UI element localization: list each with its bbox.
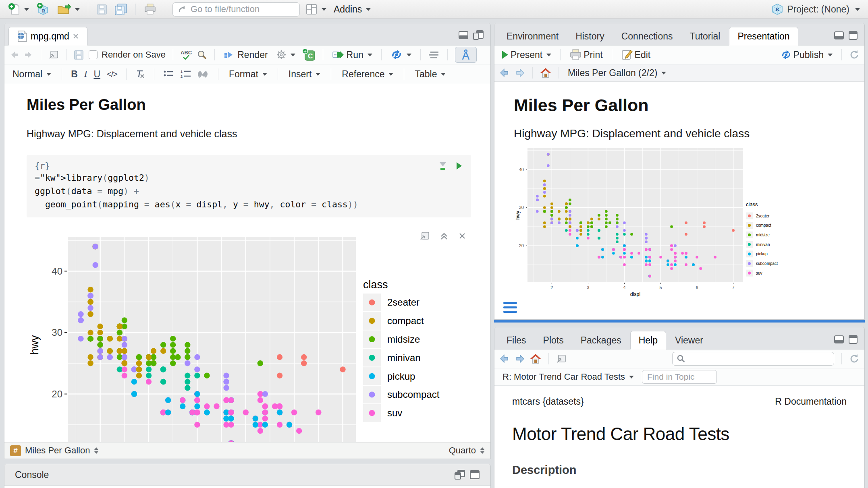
present-button[interactable]: Present <box>499 49 553 61</box>
publish-label: Publish <box>793 50 824 60</box>
outline-toggle-icon[interactable] <box>428 50 440 60</box>
run-chunk-icon[interactable] <box>455 161 463 171</box>
paragraph-style-menu[interactable]: Normal <box>11 68 53 81</box>
format-updown-icon[interactable] <box>480 447 485 454</box>
help-topic-menu[interactable]: R: Motor Trend Car Road Tests <box>501 371 635 383</box>
slide-back-icon[interactable] <box>499 68 510 78</box>
render-on-save-toggle[interactable]: Render on Save <box>89 50 166 60</box>
maximize-pane-icon[interactable] <box>848 335 858 344</box>
help-search-input[interactable] <box>689 354 830 364</box>
save-icon[interactable] <box>74 50 84 60</box>
help-home-icon[interactable] <box>530 354 541 364</box>
tab-mpg-qmd[interactable]: mpg.qmd <box>8 27 87 45</box>
tab-environment[interactable]: Environment <box>498 27 567 45</box>
new-file-button[interactable] <box>6 2 31 17</box>
open-in-window-icon[interactable] <box>48 50 59 60</box>
find-in-topic-input[interactable] <box>642 370 717 384</box>
slide-menu-icon[interactable] <box>503 302 517 313</box>
back-icon[interactable] <box>9 50 19 59</box>
svg-text:compact: compact <box>756 223 771 227</box>
slide-forward-icon[interactable] <box>515 68 525 78</box>
help-refresh-icon[interactable] <box>849 354 860 364</box>
render-button[interactable]: Render <box>222 49 269 61</box>
help-search-box[interactable] <box>672 352 834 366</box>
goto-file-input[interactable] <box>190 4 295 15</box>
render-settings-button[interactable] <box>274 49 297 61</box>
reference-menu[interactable]: Reference <box>340 68 395 81</box>
console-maximize-icon[interactable] <box>469 470 480 480</box>
code-chunk[interactable]: {r} ="kw">library(ggplot2)ggplot(data = … <box>27 155 471 217</box>
print-presentation-button[interactable]: Print <box>568 48 604 62</box>
bullet-list-icon[interactable] <box>163 70 174 79</box>
new-project-button[interactable]: R <box>35 2 52 17</box>
statusbar-format[interactable]: Quarto <box>449 445 476 456</box>
run-button[interactable]: Run <box>330 49 374 61</box>
clear-formatting-icon[interactable] <box>135 69 145 79</box>
maximize-pane-icon[interactable] <box>848 31 858 40</box>
render-on-save-checkbox[interactable] <box>89 50 98 59</box>
tab-viewer[interactable]: Viewer <box>667 331 711 349</box>
addins-menu[interactable]: Addins <box>332 3 372 16</box>
presentation-toolbar: Present Print Edit Publish <box>494 45 864 64</box>
table-menu[interactable]: Table <box>413 68 447 81</box>
save-all-button[interactable] <box>113 2 129 16</box>
open-file-button[interactable] <box>56 2 81 16</box>
slide-location-label: Miles Per Gallon (2/2) <box>568 68 657 79</box>
maximize-pane-icon[interactable] <box>473 30 484 40</box>
bold-button[interactable]: B <box>71 69 78 80</box>
code-format-button[interactable]: </> <box>107 70 117 79</box>
statusbar-section[interactable]: Miles Per Gallon <box>25 445 90 456</box>
minimize-pane-icon[interactable] <box>834 335 844 344</box>
tab-connections[interactable]: Connections <box>613 27 681 45</box>
publish-button[interactable]: Publish <box>779 49 834 61</box>
tab-packages[interactable]: Packages <box>573 331 629 349</box>
tab-history[interactable]: History <box>567 27 613 45</box>
underline-button[interactable]: U <box>93 69 100 80</box>
tab-files[interactable]: Files <box>498 331 534 349</box>
insert-menu[interactable]: Insert <box>287 68 322 81</box>
rerun-button[interactable] <box>389 48 413 61</box>
collapse-output-icon[interactable] <box>440 232 449 240</box>
refresh-icon[interactable] <box>849 50 860 60</box>
home-icon[interactable] <box>540 68 551 78</box>
slide-location-menu[interactable]: Miles Per Gallon (2/2) <box>566 67 668 79</box>
svg-text:minivan: minivan <box>387 352 421 363</box>
spellcheck-button[interactable]: ABC <box>181 50 192 60</box>
insert-chunk-button[interactable]: C <box>302 48 316 61</box>
document-editor[interactable]: Miles Per Gallon Highway MPG: Displaceme… <box>4 84 490 442</box>
gear-icon <box>276 50 287 60</box>
close-output-icon[interactable] <box>458 232 466 240</box>
output-open-in-window-icon[interactable] <box>419 231 430 241</box>
numbered-list-icon[interactable]: 12 <box>180 69 191 79</box>
save-button[interactable] <box>95 3 109 16</box>
blockquote-icon[interactable] <box>198 70 209 79</box>
help-back-icon[interactable] <box>499 354 510 364</box>
minimize-pane-icon[interactable] <box>834 31 844 40</box>
print-button[interactable] <box>142 2 158 16</box>
visual-editor-toggle[interactable] <box>455 47 477 63</box>
section-updown-icon[interactable] <box>94 447 99 454</box>
search-icon[interactable] <box>197 50 207 60</box>
tab-tutorial[interactable]: Tutorial <box>682 27 729 45</box>
svg-text:1: 1 <box>181 70 183 74</box>
forward-icon[interactable] <box>24 50 33 59</box>
pane-focus-divider[interactable] <box>494 320 865 323</box>
edit-presentation-button[interactable]: Edit <box>619 48 652 61</box>
tab-presentation[interactable]: Presentation <box>729 27 798 45</box>
project-menu[interactable]: R Project: (None) <box>769 2 862 17</box>
run-chunks-above-icon[interactable] <box>438 161 448 171</box>
minimize-pane-icon[interactable] <box>458 31 469 39</box>
console-restore-icon[interactable] <box>454 469 465 480</box>
help-open-in-window-icon[interactable] <box>556 354 567 364</box>
chunk-code[interactable]: ="kw">library(ggplot2)ggplot(data = mpg)… <box>35 171 463 211</box>
italic-button[interactable]: I <box>84 69 87 79</box>
format-menu[interactable]: Format <box>227 68 269 81</box>
help-forward-icon[interactable] <box>515 354 525 364</box>
tab-plots[interactable]: Plots <box>535 331 572 349</box>
open-folder-icon <box>57 3 71 15</box>
panes-layout-button[interactable] <box>304 2 328 16</box>
tab-close-icon[interactable] <box>73 33 79 39</box>
open-file-caret <box>75 8 80 11</box>
tab-help[interactable]: Help <box>630 331 666 349</box>
goto-file-search[interactable] <box>172 2 300 17</box>
